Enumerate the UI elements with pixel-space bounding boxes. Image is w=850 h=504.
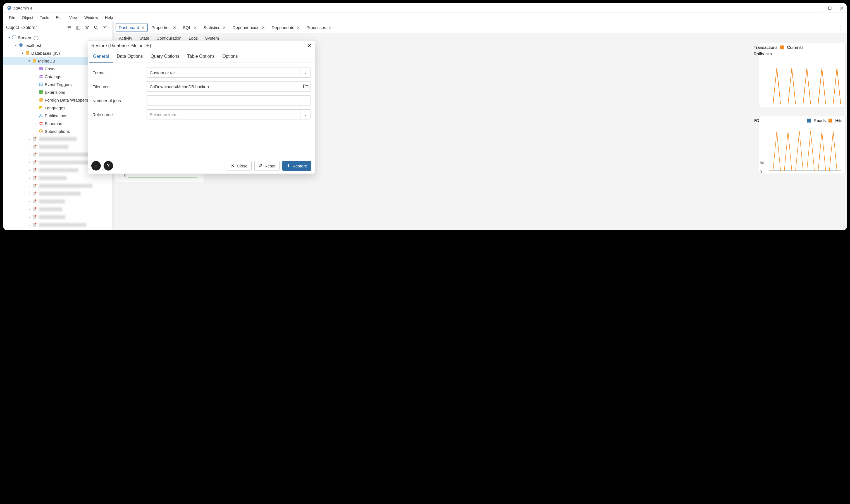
sub-tab-configuration[interactable]: Configuration bbox=[157, 36, 181, 40]
tree-item-other-db[interactable]: › bbox=[3, 229, 112, 230]
legend-chip-icon bbox=[786, 119, 790, 123]
axis-tick: 50 bbox=[760, 161, 764, 165]
tab-processes[interactable]: Processes✕ bbox=[303, 23, 335, 32]
tree-item-other-db[interactable]: › bbox=[3, 205, 112, 213]
restore-dialog: Restore (Database: MeineDB) ✕ GeneralDat… bbox=[88, 40, 315, 174]
catalogs-icon bbox=[38, 74, 43, 79]
info-icon[interactable]: i bbox=[91, 161, 101, 170]
tree-item-other-db[interactable]: › bbox=[3, 213, 112, 221]
dialog-tab-options[interactable]: Options bbox=[218, 51, 242, 62]
tab-statistics[interactable]: Statistics✕ bbox=[200, 23, 229, 32]
app-window: pgAdmin 4 FileObjectToolsEditViewWindowH… bbox=[3, 3, 847, 230]
dialog-tab-query-options[interactable]: Query Options bbox=[147, 51, 183, 62]
jobs-input[interactable] bbox=[147, 95, 311, 106]
database-disconnected-icon bbox=[32, 215, 37, 220]
close-icon[interactable]: ✕ bbox=[173, 25, 176, 30]
svg-rect-3 bbox=[829, 7, 831, 9]
field-filename: Filename C:\Downloads\MeineDB.backup bbox=[92, 79, 311, 93]
close-icon[interactable]: ✕ bbox=[141, 25, 145, 30]
svg-rect-12 bbox=[103, 26, 107, 29]
menu-window[interactable]: Window bbox=[82, 14, 101, 21]
psql-tool-icon[interactable] bbox=[101, 24, 109, 31]
legend-chip-icon bbox=[780, 46, 784, 49]
svg-line-11 bbox=[96, 28, 98, 30]
chevron-down-icon: ⌄ bbox=[300, 110, 311, 119]
close-icon[interactable]: ✕ bbox=[297, 25, 300, 30]
field-format: Format Custom or tar⌄ bbox=[92, 66, 311, 79]
database-disconnected-icon bbox=[32, 207, 37, 212]
role-select[interactable]: Select an item...⌄ bbox=[147, 109, 311, 120]
close-icon[interactable]: ✕ bbox=[223, 25, 226, 30]
object-explorer-header: Object Explorer bbox=[3, 22, 112, 33]
close-icon[interactable]: ✕ bbox=[307, 43, 311, 49]
menu-edit[interactable]: Edit bbox=[53, 14, 65, 21]
svg-rect-21 bbox=[39, 92, 41, 94]
field-role: Role name Select an item...⌄ bbox=[92, 107, 311, 121]
dialog-tab-general[interactable]: General bbox=[89, 51, 113, 62]
database-disconnected-icon bbox=[32, 183, 37, 188]
close-window-button[interactable] bbox=[840, 6, 843, 10]
tree-item-other-db[interactable]: › bbox=[3, 190, 112, 198]
tab-dependents[interactable]: Dependents✕ bbox=[269, 23, 303, 32]
casts-icon bbox=[38, 66, 43, 71]
tree-item-other-db[interactable]: › bbox=[3, 174, 112, 182]
sub-tab-activity[interactable]: Activity bbox=[119, 36, 132, 40]
svg-point-24 bbox=[39, 116, 40, 118]
tree-item-other-db[interactable]: › bbox=[3, 198, 112, 205]
kebab-icon[interactable]: ⋮ bbox=[835, 24, 845, 31]
field-label: Number of jobs bbox=[92, 98, 147, 103]
format-select[interactable]: Custom or tar⌄ bbox=[147, 68, 311, 77]
io-panel: I/O Reads Hits 50 0 bbox=[759, 116, 846, 174]
tree-item-other-db[interactable]: › bbox=[3, 182, 112, 190]
chart-legend-tx: Transactions Commits bbox=[759, 43, 845, 51]
menu-file[interactable]: File bbox=[6, 14, 18, 21]
restore-button[interactable]: ⬆Restore bbox=[282, 161, 311, 171]
database-disconnected-icon bbox=[32, 152, 37, 157]
legend-label: Hits bbox=[835, 118, 843, 123]
tab-properties[interactable]: Properties✕ bbox=[148, 23, 179, 32]
dialog-tab-table-options[interactable]: Table Options bbox=[183, 51, 218, 62]
svg-rect-17 bbox=[39, 67, 43, 70]
close-button[interactable]: ✕Close bbox=[227, 161, 252, 171]
maximize-button[interactable] bbox=[828, 6, 832, 10]
close-icon[interactable]: ✕ bbox=[262, 25, 265, 30]
tab-sql[interactable]: SQL✕ bbox=[180, 23, 200, 32]
menu-view[interactable]: View bbox=[67, 14, 81, 21]
menu-help[interactable]: Help bbox=[102, 14, 116, 21]
dialog-tab-data-options[interactable]: Data Options bbox=[113, 51, 147, 62]
svg-point-1 bbox=[10, 7, 10, 8]
svg-point-37 bbox=[35, 176, 37, 178]
axis-tick: 0 bbox=[124, 173, 126, 178]
tab-dependencies[interactable]: Dependencies✕ bbox=[230, 23, 268, 32]
menu-object[interactable]: Object bbox=[19, 14, 36, 21]
view-data-icon[interactable] bbox=[74, 24, 82, 31]
reset-button[interactable]: ↺Reset bbox=[254, 161, 280, 171]
sub-tab-state[interactable]: State bbox=[140, 36, 149, 40]
sub-tab-logs[interactable]: Logs bbox=[189, 36, 198, 40]
filename-input[interactable]: C:\Downloads\MeineDB.backup bbox=[147, 82, 311, 92]
help-icon[interactable]: ? bbox=[104, 161, 113, 170]
sub-tab-system[interactable]: System bbox=[205, 36, 219, 40]
svg-point-33 bbox=[35, 160, 37, 162]
filter-icon[interactable] bbox=[83, 24, 91, 31]
transactions-panel: Transactions Commits Rollbacks bbox=[759, 43, 846, 107]
menu-tools[interactable]: Tools bbox=[37, 14, 52, 21]
reset-icon: ↺ bbox=[259, 163, 262, 168]
query-tool-icon[interactable] bbox=[65, 24, 73, 31]
folder-icon[interactable] bbox=[303, 83, 309, 90]
close-icon[interactable]: ✕ bbox=[194, 25, 197, 30]
dialog-footer: i ? ✕Close ↺Reset ⬆Restore bbox=[88, 158, 315, 174]
tab-dashboard[interactable]: Dashboard✕ bbox=[116, 23, 148, 32]
chart-tx bbox=[759, 58, 845, 107]
legend-label: Reads bbox=[814, 118, 826, 123]
close-icon[interactable]: ✕ bbox=[329, 25, 332, 30]
dialog-tabs: GeneralData OptionsQuery OptionsTable Op… bbox=[88, 51, 315, 63]
minimize-button[interactable] bbox=[816, 6, 820, 10]
legend-label: Transactions bbox=[754, 45, 777, 50]
tree-item-other-db[interactable]: › bbox=[3, 221, 112, 229]
search-icon[interactable] bbox=[92, 24, 100, 31]
field-label: Filename bbox=[92, 84, 147, 89]
svg-point-41 bbox=[35, 192, 37, 193]
languages-icon bbox=[38, 105, 43, 110]
svg-point-29 bbox=[35, 145, 37, 146]
